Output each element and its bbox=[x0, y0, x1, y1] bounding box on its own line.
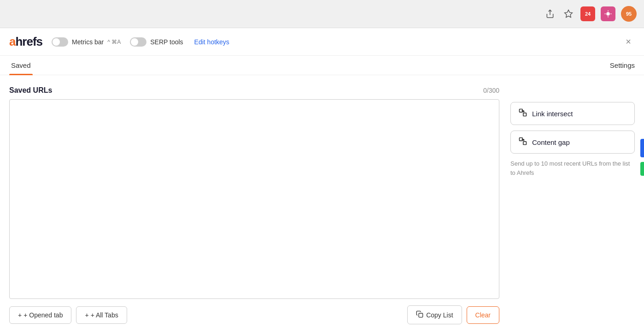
send-description: Send up to 10 most recent URLs from the … bbox=[510, 159, 635, 177]
action-buttons-row: + + Opened tab + + All Tabs bbox=[9, 305, 499, 324]
svg-rect-5 bbox=[523, 113, 527, 116]
right-actions-panel: Link intersect Content gap Send up to 10… bbox=[510, 86, 635, 324]
right-accent-blue bbox=[640, 139, 644, 157]
share-icon[interactable] bbox=[544, 7, 556, 20]
link-intersect-label: Link intersect bbox=[532, 110, 573, 118]
metrics-bar-shortcut: ^ ⌘A bbox=[107, 39, 121, 45]
opened-tab-label: + Opened tab bbox=[23, 311, 63, 319]
svg-point-2 bbox=[606, 12, 610, 16]
right-accent-green bbox=[640, 162, 644, 176]
metrics-bar-toggle[interactable] bbox=[52, 37, 68, 47]
content-gap-button[interactable]: Content gap bbox=[510, 131, 635, 154]
copy-list-button[interactable]: Copy List bbox=[407, 305, 462, 324]
svg-marker-1 bbox=[565, 10, 573, 18]
link-intersect-button[interactable]: Link intersect bbox=[510, 102, 635, 125]
saved-urls-header: Saved URLs 0/300 bbox=[9, 86, 499, 95]
serp-tools-toggle[interactable] bbox=[130, 37, 146, 47]
logo-a: a bbox=[9, 35, 15, 49]
tabs-bar: Saved Settings bbox=[0, 56, 644, 75]
clear-label: Clear bbox=[475, 311, 491, 319]
saved-urls-title: Saved URLs bbox=[9, 86, 52, 95]
copy-list-label: Copy List bbox=[426, 311, 453, 319]
plus-icon: + bbox=[18, 311, 22, 319]
all-tabs-button[interactable]: + + All Tabs bbox=[76, 306, 127, 324]
metrics-bar-toggle-group: Metrics bar ^ ⌘A bbox=[52, 37, 121, 47]
close-button[interactable]: × bbox=[622, 35, 635, 49]
pink-extension-icon[interactable] bbox=[601, 6, 615, 21]
orange-extension-icon[interactable]: 95 bbox=[621, 6, 637, 22]
url-count: 0/300 bbox=[483, 87, 499, 94]
settings-link[interactable]: Settings bbox=[610, 56, 635, 75]
content-gap-icon bbox=[518, 137, 527, 148]
saved-urls-panel: Saved URLs 0/300 + + Opened tab + + All … bbox=[9, 86, 499, 324]
svg-rect-7 bbox=[523, 142, 527, 145]
content-gap-label: Content gap bbox=[532, 138, 570, 146]
link-intersect-icon bbox=[518, 108, 527, 119]
serp-tools-label: SERP tools bbox=[150, 38, 183, 46]
ahrefs-extension-icon[interactable]: 24 bbox=[580, 6, 595, 21]
browser-chrome: 24 95 bbox=[0, 0, 644, 28]
plus-icon-2: + bbox=[85, 311, 88, 319]
all-tabs-label: + All Tabs bbox=[91, 311, 118, 319]
panel-content: Saved URLs 0/300 + + Opened tab + + All … bbox=[0, 75, 644, 332]
content-inner: Saved URLs 0/300 + + Opened tab + + All … bbox=[9, 86, 635, 324]
main-panel: ahrefs Metrics bar ^ ⌘A SERP tools Edit … bbox=[0, 28, 644, 334]
tab-saved[interactable]: Saved bbox=[9, 56, 33, 75]
metrics-bar-label: Metrics bar bbox=[72, 38, 104, 46]
copy-icon bbox=[416, 310, 423, 319]
panel-header: ahrefs Metrics bar ^ ⌘A SERP tools Edit … bbox=[0, 28, 644, 56]
logo-rest: hrefs bbox=[15, 35, 42, 49]
svg-rect-3 bbox=[419, 313, 423, 317]
serp-tools-toggle-group: SERP tools bbox=[130, 37, 183, 47]
ahrefs-logo: ahrefs bbox=[9, 35, 42, 49]
star-icon[interactable] bbox=[562, 7, 575, 20]
clear-button[interactable]: Clear bbox=[467, 306, 499, 324]
opened-tab-button[interactable]: + + Opened tab bbox=[9, 306, 71, 324]
edit-hotkeys-link[interactable]: Edit hotkeys bbox=[194, 38, 229, 46]
urls-textarea[interactable] bbox=[9, 99, 499, 299]
